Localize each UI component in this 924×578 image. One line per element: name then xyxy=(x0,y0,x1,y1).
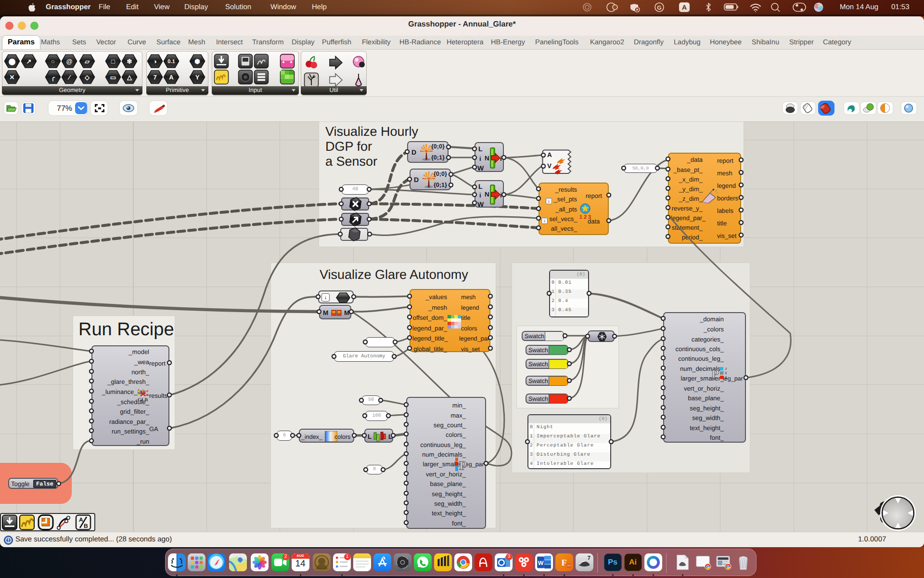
svg-text:◑: ◑ xyxy=(153,58,157,65)
svg-text:W: W xyxy=(538,560,543,566)
svg-text:A: A xyxy=(79,516,83,523)
svg-text:360: 360 xyxy=(566,565,571,567)
svg-text:7: 7 xyxy=(587,554,590,561)
svg-text:F: F xyxy=(561,557,566,567)
svg-text:△: △ xyxy=(127,74,132,81)
svg-text:A: A xyxy=(682,3,687,11)
svg-text:◇: ◇ xyxy=(84,74,90,81)
svg-text:○: ○ xyxy=(51,58,55,65)
svg-text:B: B xyxy=(84,523,88,529)
svg-text:▭: ▭ xyxy=(110,74,116,81)
svg-text:▱: ▱ xyxy=(84,58,90,65)
svg-text:╭: ╭ xyxy=(51,74,55,81)
svg-text:0.1: 0.1 xyxy=(167,59,175,65)
svg-text:G: G xyxy=(657,4,661,11)
svg-text:7: 7 xyxy=(153,74,156,81)
svg-text:□: □ xyxy=(111,58,115,65)
svg-text:⬤: ⬤ xyxy=(9,58,16,66)
svg-text:✕: ✕ xyxy=(10,74,15,81)
svg-text:↗: ↗ xyxy=(26,58,32,65)
svg-text:Y: Y xyxy=(195,74,200,81)
svg-text:77%: 77% xyxy=(57,105,72,113)
svg-text:⬢: ⬢ xyxy=(194,58,200,65)
svg-text:A: A xyxy=(169,74,174,81)
svg-text:❇: ❇ xyxy=(127,58,132,65)
svg-text:@: @ xyxy=(66,58,73,65)
